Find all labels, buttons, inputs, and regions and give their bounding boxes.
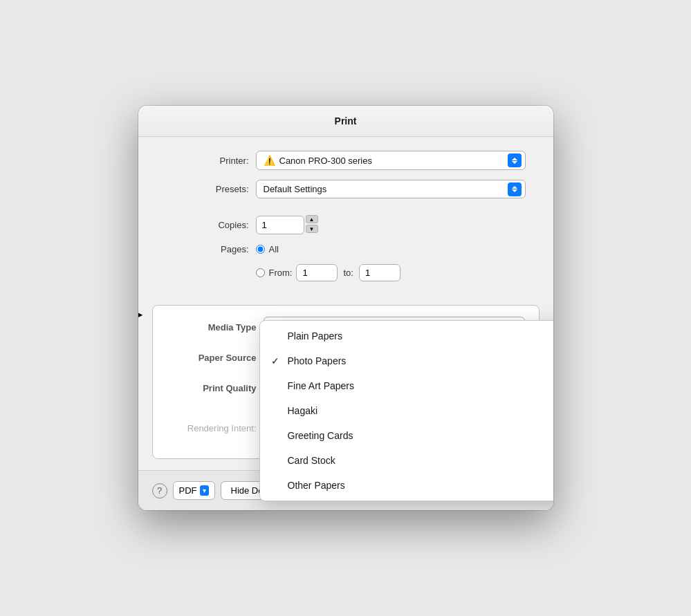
pages-all-row: Pages: All [166, 244, 526, 254]
pages-to-label: to: [343, 268, 353, 278]
pages-to-input[interactable]: 1 [359, 264, 400, 281]
pdf-arrow-icon: ▾ [200, 485, 209, 496]
main-content: Printer: ⚠️ Canon PRO-300 series Presets… [138, 137, 553, 305]
card-stock-label: Card Stock [288, 455, 553, 466]
printer-label: Printer: [166, 156, 249, 166]
printer-row: Printer: ⚠️ Canon PRO-300 series [166, 151, 526, 170]
printer-warning-icon: ⚠️ [264, 155, 275, 166]
print-quality-label: Print Quality [167, 383, 257, 393]
pdf-button[interactable]: PDF ▾ [173, 481, 215, 500]
media-type-dropdown: Plain Papers › ✓ Photo Papers › Fine Art… [259, 320, 553, 501]
dropdown-item-fine-art-papers[interactable]: Fine Art Papers › [260, 373, 553, 398]
greeting-cards-label: Greeting Cards [288, 430, 553, 441]
dropdown-item-card-stock[interactable]: Card Stock › [260, 448, 553, 473]
help-button[interactable]: ? [152, 483, 167, 498]
presets-select-arrow-icon [508, 183, 522, 196]
dialog-title: Print [152, 115, 540, 127]
title-bar: Print [138, 106, 553, 137]
pages-section: Pages: All From: 1 to: 1 [166, 244, 526, 281]
photo-papers-check-icon: ✓ [271, 355, 285, 366]
pages-from-radio[interactable] [256, 268, 265, 277]
copies-row: Copies: 1 ▲ ▼ [166, 215, 526, 234]
fine-art-papers-label: Fine Art Papers [288, 380, 553, 391]
dropdown-item-hagaki[interactable]: Hagaki › [260, 398, 553, 423]
print-dialog: Print Printer: ⚠️ Canon PRO-300 series P… [138, 106, 553, 510]
pdf-label: PDF [179, 485, 197, 496]
presets-label: Presets: [166, 184, 249, 194]
copies-decrement-button[interactable]: ▼ [306, 225, 318, 233]
printer-select-arrow-icon [508, 153, 522, 167]
presets-value: Default Settings [264, 184, 327, 194]
pages-label: Pages: [166, 244, 249, 254]
presets-row: Presets: Default Settings [166, 180, 526, 198]
media-type-label: Media Type [167, 322, 257, 333]
dropdown-item-other-papers[interactable]: Other Papers › [260, 473, 553, 498]
paper-source-label: Paper Source [167, 353, 257, 363]
pages-all-label: All [269, 244, 279, 254]
other-papers-label: Other Papers [288, 480, 553, 491]
copies-input[interactable]: 1 [256, 216, 304, 234]
pages-from-input[interactable]: 1 [296, 264, 338, 281]
presets-select[interactable]: Default Settings [256, 180, 526, 198]
dropdown-item-greeting-cards[interactable]: Greeting Cards › [260, 423, 553, 448]
pages-from-label: From: [269, 268, 293, 278]
copies-increment-button[interactable]: ▲ [306, 215, 318, 223]
presets-select-wrapper[interactable]: Default Settings [256, 180, 526, 198]
photo-papers-label: Photo Papers [288, 355, 553, 366]
dropdown-item-plain-papers[interactable]: Plain Papers › [260, 324, 553, 348]
pages-from-row: From: 1 to: 1 [166, 264, 526, 281]
plain-papers-label: Plain Papers [288, 330, 553, 342]
copies-stepper[interactable]: ▲ ▼ [306, 215, 318, 234]
printer-value: Canon PRO-300 series [279, 156, 372, 166]
printer-select[interactable]: ⚠️ Canon PRO-300 series [256, 151, 526, 170]
dropdown-item-photo-papers[interactable]: ✓ Photo Papers › [260, 348, 553, 373]
hagaki-label: Hagaki [288, 405, 553, 416]
printer-select-wrapper[interactable]: ⚠️ Canon PRO-300 series [256, 151, 526, 170]
rendering-intent-label: Rendering Intent: [167, 423, 257, 433]
cursor-arrow: ▶ [138, 306, 142, 322]
pages-all-radio[interactable] [256, 245, 265, 254]
pages-from-to: 1 to: 1 [296, 264, 400, 281]
copies-label: Copies: [166, 220, 249, 230]
